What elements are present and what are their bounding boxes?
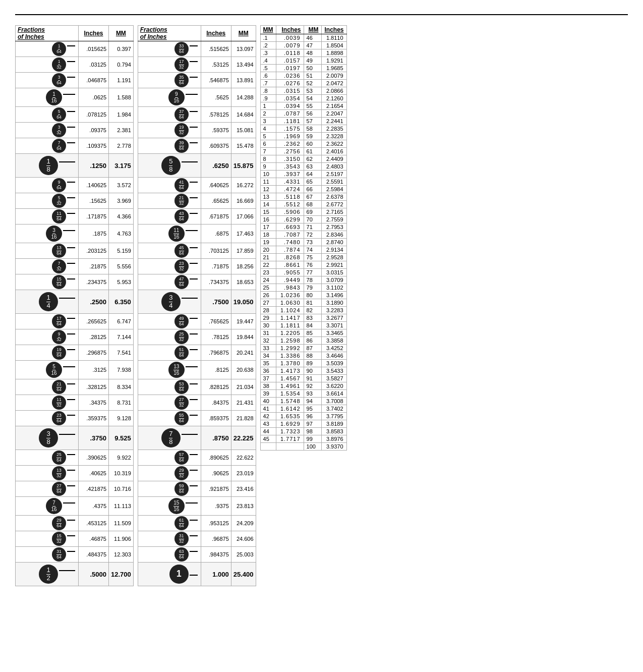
list-item: 17.859: [231, 243, 256, 259]
table-row: 3.2283: [321, 307, 346, 314]
list-item: .4375: [79, 497, 109, 516]
list-item: 1.984: [109, 107, 134, 123]
list-item: .640625: [201, 178, 231, 193]
table-row: 3.5827: [321, 375, 346, 382]
table-row: 2.5984: [321, 186, 346, 193]
table-row: .1969: [276, 133, 304, 140]
table-row: 1.6929: [276, 420, 304, 428]
table-row: .0079: [276, 42, 304, 49]
table-row: 69: [304, 208, 321, 216]
table-row: 1.1024: [276, 307, 304, 314]
table-row: .6693: [276, 223, 304, 231]
table-row: 36: [260, 367, 276, 375]
table-row: 70: [304, 216, 321, 223]
list-item: 22.225: [231, 426, 256, 450]
table-row: 3.8189: [321, 420, 346, 428]
list-item: 15.478: [231, 138, 256, 154]
list-item: 1 4: [16, 290, 79, 314]
table-row: .6: [260, 72, 276, 80]
list-item: 5 32: [16, 193, 79, 209]
table-row: 1.2992: [276, 345, 304, 352]
table-row: 1.3780: [276, 360, 304, 367]
table-row: .2756: [276, 148, 304, 155]
table-row: 5: [260, 133, 276, 140]
list-item: 31 64: [16, 547, 79, 563]
list-item: 47 64: [138, 274, 201, 290]
table-row: 38: [260, 382, 276, 390]
list-item: 15.875: [231, 154, 256, 178]
table-row: 48: [304, 49, 321, 57]
list-item: 5 64: [16, 107, 79, 123]
list-item: 6.350: [109, 290, 134, 314]
table-row: 1.5354: [276, 390, 304, 398]
list-item: .921875: [201, 481, 231, 497]
table-row: 87: [304, 345, 321, 352]
list-item: 15 32: [16, 531, 79, 547]
table-row: 3.0709: [321, 276, 346, 284]
table-row: 80: [304, 292, 321, 299]
list-item: .953125: [201, 516, 231, 531]
list-item: .609375: [201, 138, 231, 154]
list-item: .6875: [201, 225, 231, 243]
list-item: 21.431: [231, 395, 256, 411]
table-row: 3.3858: [321, 337, 346, 345]
list-item: 5.159: [109, 243, 134, 259]
list-item: 2.381: [109, 123, 134, 138]
table-row: .7874: [276, 246, 304, 254]
table-row: 25: [260, 284, 276, 292]
table-row: 83: [304, 314, 321, 322]
table-row: 22: [260, 261, 276, 269]
list-item: 7 8: [138, 426, 201, 450]
list-item: 17.463: [231, 225, 256, 243]
list-item: 17.066: [231, 209, 256, 225]
table-row: 53: [304, 87, 321, 95]
list-item: .984375: [201, 547, 231, 563]
table-row: 1.1811: [276, 322, 304, 329]
table-row: .5906: [276, 208, 304, 216]
table-row: 85: [304, 329, 321, 337]
table-row: .3937: [276, 171, 304, 178]
table-row: 1.4567: [276, 375, 304, 382]
table-row: 6: [260, 140, 276, 148]
list-item: .21875: [79, 259, 109, 274]
table-row: .3543: [276, 163, 304, 171]
table-row: 71: [304, 223, 321, 231]
table-row: 2.9921: [321, 261, 346, 269]
table-row: .9449: [276, 276, 304, 284]
list-item: 12.700: [109, 563, 134, 586]
table-row: .7480: [276, 239, 304, 246]
table-row: 13: [260, 193, 276, 201]
list-item: 19.050: [231, 290, 256, 314]
table-row: .0039: [276, 34, 304, 42]
table-row: .9843: [276, 284, 304, 292]
table-row: 93: [304, 390, 321, 398]
list-item: .6250: [201, 154, 231, 178]
table-row: 2.4409: [321, 155, 346, 163]
table-row: 84: [304, 322, 321, 329]
list-item: .171875: [79, 209, 109, 225]
table-row: 3.6614: [321, 390, 346, 398]
table-row: 42: [260, 413, 276, 420]
list-item: 39 64: [138, 138, 201, 154]
table-row: .5: [260, 65, 276, 72]
list-item: 14.288: [231, 88, 256, 107]
table-row: 54: [304, 95, 321, 102]
table-row: 79: [304, 284, 321, 292]
table-row: .3150: [276, 155, 304, 163]
table-row: 2.0866: [321, 87, 346, 95]
table-row: 1.8504: [321, 42, 346, 49]
table-row: 1.5748: [276, 398, 304, 405]
list-item: .484375: [79, 547, 109, 563]
list-item: .15625: [79, 193, 109, 209]
left-fraction-table: Fractions of Inches Inches MM 1 64 .0156…: [15, 25, 134, 586]
list-item: 11.906: [109, 531, 134, 547]
table-row: 27: [260, 299, 276, 307]
table-row: .4724: [276, 186, 304, 193]
list-item: .8750: [201, 426, 231, 450]
list-item: 10.319: [109, 466, 134, 481]
list-item: 1 2: [16, 563, 79, 586]
list-item: 16.669: [231, 193, 256, 209]
left-mm-header: MM: [109, 26, 134, 41]
list-item: 2.778: [109, 138, 134, 154]
list-item: 23 64: [16, 411, 79, 426]
